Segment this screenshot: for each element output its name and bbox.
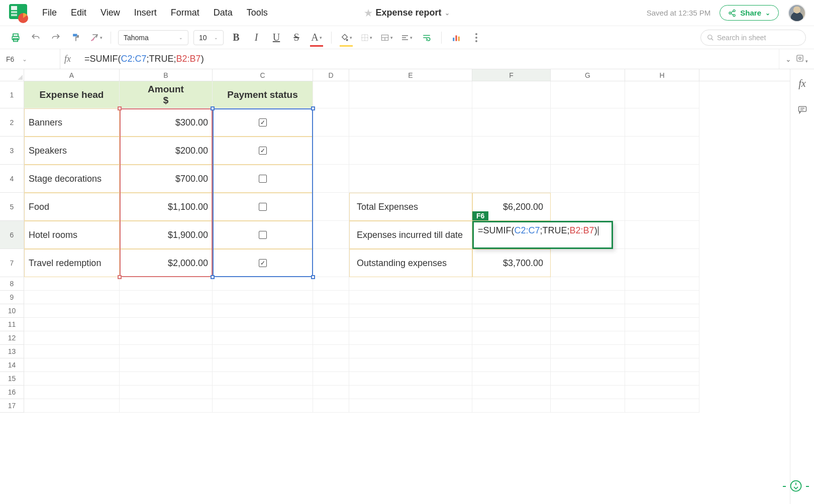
cell-b3[interactable]: $200.00 <box>120 137 213 165</box>
cell-f7[interactable]: $3,700.00 <box>472 249 551 277</box>
fx-icon[interactable]: fx <box>60 54 80 64</box>
italic-button[interactable]: I <box>249 30 264 45</box>
col-header-d[interactable]: D <box>313 69 349 81</box>
cell-b4[interactable]: $700.00 <box>120 165 213 193</box>
font-size-select[interactable]: 10⌄ <box>193 30 224 45</box>
row-header-5[interactable]: 5 <box>0 193 24 221</box>
borders-button[interactable]: ▾ <box>359 30 374 45</box>
col-header-g[interactable]: G <box>551 69 625 81</box>
star-icon[interactable]: ★ <box>364 8 372 19</box>
cell-b7[interactable]: $2,000.00 <box>120 249 213 277</box>
menu-file[interactable]: File <box>42 8 57 18</box>
row-header[interactable]: 8 <box>0 277 24 291</box>
text-color-button[interactable]: A▾ <box>309 30 324 45</box>
clear-format-icon[interactable]: ▾ <box>88 30 104 45</box>
menu-insert[interactable]: Insert <box>134 8 157 18</box>
cell-a7[interactable]: Travel redemption <box>24 249 120 277</box>
row-header[interactable]: 10 <box>0 304 24 318</box>
menu-data[interactable]: Data <box>214 8 233 18</box>
menu-view[interactable]: View <box>100 8 120 18</box>
row-header[interactable]: 13 <box>0 345 24 358</box>
row-header[interactable]: 12 <box>0 331 24 345</box>
cell-e6[interactable]: Expenses incurred till date <box>349 221 472 249</box>
cell-a6[interactable]: Hotel rooms <box>24 221 120 249</box>
fx-panel-icon[interactable]: fx <box>795 76 809 90</box>
formula-expand-icon[interactable]: ⌄ <box>785 55 791 63</box>
merge-cells-button[interactable]: ▾ <box>379 30 394 45</box>
row-header[interactable]: 16 <box>0 386 24 399</box>
row-header-3[interactable]: 3 <box>0 137 24 165</box>
cell-c6[interactable] <box>213 221 313 249</box>
bold-button[interactable]: B <box>229 30 244 45</box>
cell-c7[interactable]: ✓ <box>213 249 313 277</box>
row-header[interactable]: 11 <box>0 318 24 331</box>
help-icon[interactable] <box>787 477 805 495</box>
app-logo-icon[interactable] <box>8 3 28 23</box>
row-header[interactable]: 14 <box>0 358 24 372</box>
cell-a3[interactable]: Speakers <box>24 137 120 165</box>
share-button[interactable]: Share ⌄ <box>720 5 779 21</box>
undo-icon[interactable] <box>28 30 43 45</box>
document-title[interactable]: ★ Expense report ⌄ <box>364 8 449 19</box>
col-header-e[interactable]: E <box>349 69 472 81</box>
share-label: Share <box>740 9 761 17</box>
cell-c4[interactable] <box>213 165 313 193</box>
fill-color-button[interactable]: ▾ <box>339 30 354 45</box>
cell-c3[interactable]: ✓ <box>213 137 313 165</box>
checkbox-icon[interactable]: ✓ <box>259 118 267 127</box>
font-family-select[interactable]: Tahoma⌄ <box>118 30 188 45</box>
format-painter-icon[interactable] <box>68 30 83 45</box>
checkbox-icon[interactable] <box>259 203 267 211</box>
row-header-2[interactable]: 2 <box>0 108 24 137</box>
cell-editor[interactable]: F6 =SUMIF(C2:C7;TRUE;B2:B7) <box>472 221 613 249</box>
menu-format[interactable]: Format <box>171 8 199 18</box>
cell-e5[interactable]: Total Expenses <box>349 193 472 221</box>
row-header-1[interactable]: 1 <box>0 81 24 108</box>
checkbox-icon[interactable]: ✓ <box>259 147 267 155</box>
select-all-corner[interactable] <box>0 69 24 81</box>
cell-a4[interactable]: Stage decorations <box>24 165 120 193</box>
cell-b6[interactable]: $1,900.00 <box>120 221 213 249</box>
row-header-4[interactable]: 4 <box>0 165 24 193</box>
cell-c2[interactable]: ✓ <box>213 108 313 137</box>
cell-b5[interactable]: $1,100.00 <box>120 193 213 221</box>
row-header[interactable]: 15 <box>0 372 24 386</box>
formula-settings-icon[interactable]: ▾ <box>795 54 808 64</box>
print-icon[interactable] <box>8 30 23 45</box>
more-options-icon[interactable] <box>469 30 484 45</box>
align-button[interactable]: ▾ <box>399 30 414 45</box>
menu-edit[interactable]: Edit <box>71 8 86 18</box>
cell-a2[interactable]: Banners <box>24 108 120 137</box>
redo-icon[interactable] <box>48 30 63 45</box>
search-input[interactable]: Search in sheet <box>700 30 806 46</box>
col-header-a[interactable]: A <box>24 69 120 81</box>
cell-e7[interactable]: Outstanding expenses <box>349 249 472 277</box>
col-header-h[interactable]: H <box>625 69 699 81</box>
checkbox-icon[interactable] <box>259 231 267 239</box>
comments-panel-icon[interactable] <box>795 102 809 116</box>
user-avatar[interactable] <box>788 4 806 22</box>
checkbox-icon[interactable]: ✓ <box>259 259 267 267</box>
cell-a5[interactable]: Food <box>24 193 120 221</box>
row-header-6[interactable]: 6 <box>0 221 24 249</box>
col-header-c[interactable]: C <box>213 69 313 81</box>
menu-tools[interactable]: Tools <box>247 8 268 18</box>
cell-b2[interactable]: $300.00 <box>120 108 213 137</box>
row-header-7[interactable]: 7 <box>0 249 24 277</box>
strikethrough-button[interactable]: S <box>289 30 304 45</box>
svg-point-30 <box>708 35 712 39</box>
formula-input[interactable]: =SUMIF(C2:C7;TRUE;B2:B7) <box>80 54 779 64</box>
chevron-down-icon: ⌄ <box>765 10 770 17</box>
row-header[interactable]: 9 <box>0 291 24 304</box>
chart-icon[interactable] <box>449 30 464 45</box>
chevron-down-icon[interactable]: ⌄ <box>445 10 450 17</box>
underline-button[interactable]: U <box>269 30 284 45</box>
col-header-b[interactable]: B <box>120 69 213 81</box>
spreadsheet-grid[interactable]: A B C D E F G H 1 Expense head Amount$ P… <box>0 69 790 504</box>
col-header-f[interactable]: F <box>472 69 551 81</box>
cell-c5[interactable] <box>213 193 313 221</box>
name-box[interactable]: F6 ⌄ <box>0 49 60 69</box>
row-header[interactable]: 17 <box>0 399 24 413</box>
text-wrap-button[interactable] <box>419 30 434 45</box>
checkbox-icon[interactable] <box>259 175 267 183</box>
